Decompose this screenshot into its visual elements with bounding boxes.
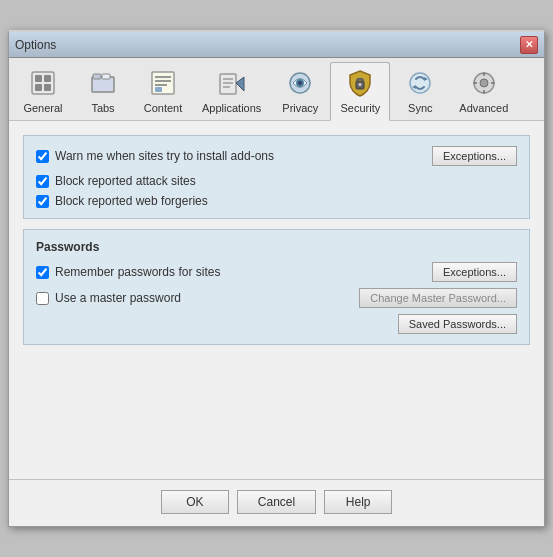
svg-rect-1 bbox=[35, 75, 42, 82]
svg-rect-29 bbox=[483, 90, 485, 94]
tab-tabs-label: Tabs bbox=[91, 102, 114, 114]
security-icon bbox=[344, 67, 376, 99]
block-forgeries-row: Block reported web forgeries bbox=[36, 194, 517, 208]
content-spacer bbox=[23, 355, 530, 465]
master-password-label: Use a master password bbox=[55, 291, 181, 305]
saved-passwords-row: Saved Passwords... bbox=[36, 314, 517, 334]
window-title: Options bbox=[15, 38, 56, 52]
master-password-row: Use a master password Change Master Pass… bbox=[36, 288, 517, 308]
block-forgeries-checkbox[interactable] bbox=[36, 195, 49, 208]
warn-addons-checkbox-row: Warn me when sites try to install add-on… bbox=[36, 149, 274, 163]
tab-advanced[interactable]: Advanced bbox=[450, 62, 517, 120]
svg-rect-4 bbox=[44, 84, 51, 91]
block-forgeries-label: Block reported web forgeries bbox=[55, 194, 208, 208]
tab-privacy-label: Privacy bbox=[282, 102, 318, 114]
tab-bar: General Tabs bbox=[9, 58, 544, 121]
svg-point-27 bbox=[480, 79, 488, 87]
tab-tabs[interactable]: Tabs bbox=[73, 62, 133, 120]
remember-passwords-row: Remember passwords for sites Exceptions.… bbox=[36, 262, 517, 282]
tab-applications-label: Applications bbox=[202, 102, 261, 114]
warn-addons-label: Warn me when sites try to install add-on… bbox=[55, 149, 274, 163]
footer: OK Cancel Help bbox=[9, 479, 544, 526]
master-password-checkbox[interactable] bbox=[36, 292, 49, 305]
tab-applications[interactable]: Applications bbox=[193, 62, 270, 120]
svg-rect-3 bbox=[35, 84, 42, 91]
content-icon bbox=[147, 67, 179, 99]
help-button[interactable]: Help bbox=[324, 490, 392, 514]
saved-passwords-button[interactable]: Saved Passwords... bbox=[398, 314, 517, 334]
advanced-icon bbox=[468, 67, 500, 99]
svg-marker-17 bbox=[236, 77, 244, 91]
passwords-section: Passwords Remember passwords for sites E… bbox=[23, 229, 530, 345]
svg-rect-28 bbox=[483, 72, 485, 76]
close-button[interactable]: ✕ bbox=[520, 36, 538, 54]
svg-rect-12 bbox=[155, 87, 162, 92]
tab-content-label: Content bbox=[144, 102, 183, 114]
applications-icon bbox=[216, 67, 248, 99]
content-area: Warn me when sites try to install add-on… bbox=[9, 121, 544, 479]
cancel-button[interactable]: Cancel bbox=[237, 490, 316, 514]
titlebar: Options ✕ bbox=[9, 32, 544, 58]
master-password-checkbox-row: Use a master password bbox=[36, 291, 181, 305]
svg-rect-6 bbox=[93, 74, 101, 79]
remember-passwords-checkbox[interactable] bbox=[36, 266, 49, 279]
svg-rect-30 bbox=[473, 82, 477, 84]
warn-addons-row: Warn me when sites try to install add-on… bbox=[36, 146, 517, 166]
tab-advanced-label: Advanced bbox=[459, 102, 508, 114]
svg-rect-7 bbox=[102, 74, 110, 79]
svg-rect-31 bbox=[491, 82, 495, 84]
security-section: Warn me when sites try to install add-on… bbox=[23, 135, 530, 219]
tab-content[interactable]: Content bbox=[133, 62, 193, 120]
passwords-title: Passwords bbox=[36, 240, 517, 254]
tab-general[interactable]: General bbox=[13, 62, 73, 120]
tab-sync[interactable]: Sync bbox=[390, 62, 450, 120]
warn-addons-exceptions-button[interactable]: Exceptions... bbox=[432, 146, 517, 166]
svg-rect-2 bbox=[44, 75, 51, 82]
change-master-password-button[interactable]: Change Master Password... bbox=[359, 288, 517, 308]
tabs-icon bbox=[87, 67, 119, 99]
options-window: Options ✕ General bbox=[8, 30, 545, 527]
remember-passwords-checkbox-row: Remember passwords for sites bbox=[36, 265, 220, 279]
remember-passwords-exceptions-button[interactable]: Exceptions... bbox=[432, 262, 517, 282]
tab-general-label: General bbox=[23, 102, 62, 114]
tab-privacy[interactable]: Privacy bbox=[270, 62, 330, 120]
ok-button[interactable]: OK bbox=[161, 490, 229, 514]
block-attack-checkbox[interactable] bbox=[36, 175, 49, 188]
tab-sync-label: Sync bbox=[408, 102, 432, 114]
svg-rect-13 bbox=[220, 74, 236, 94]
tab-security[interactable]: Security bbox=[330, 62, 390, 121]
svg-point-20 bbox=[298, 81, 302, 85]
privacy-icon bbox=[284, 67, 316, 99]
block-attack-label: Block reported attack sites bbox=[55, 174, 196, 188]
remember-passwords-label: Remember passwords for sites bbox=[55, 265, 220, 279]
svg-point-22 bbox=[359, 83, 362, 86]
tab-security-label: Security bbox=[340, 102, 380, 114]
warn-addons-checkbox[interactable] bbox=[36, 150, 49, 163]
general-icon bbox=[27, 67, 59, 99]
block-attack-row: Block reported attack sites bbox=[36, 174, 517, 188]
sync-icon bbox=[404, 67, 436, 99]
